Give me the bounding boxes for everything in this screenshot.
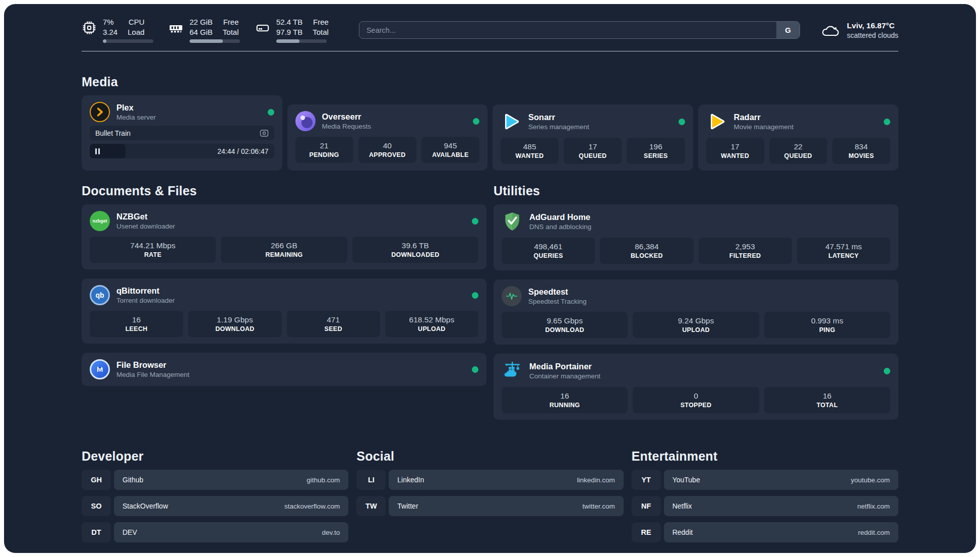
stat-tile: 471 SEED xyxy=(287,311,380,337)
disk-widget: 52.4 TB 97.9 TB Free Total xyxy=(255,17,329,43)
service-subtitle: Media server xyxy=(116,114,156,121)
weather-location: Lviv, 16.87°C xyxy=(847,21,898,30)
search-input[interactable] xyxy=(359,21,800,39)
stat-tile: 17 QUEUED xyxy=(564,138,622,164)
top-bar: 7% 3.24 CPU Load xyxy=(82,17,898,43)
stat-tile: 2,953 FILTERED xyxy=(699,238,792,264)
disk-free-label: Free xyxy=(313,17,329,27)
service-name: NZBGet xyxy=(116,212,175,222)
section-title-documents: Documents & Files xyxy=(82,184,486,198)
service-subtitle: Usenet downloader xyxy=(116,222,175,230)
status-dot xyxy=(472,292,478,299)
service-subtitle: DNS and adblocking xyxy=(529,223,591,231)
service-name: Overseerr xyxy=(322,112,372,122)
plex-card[interactable]: Plex Media server Bullet Train xyxy=(82,95,282,171)
stat-tile: 266 GB REMAINING xyxy=(221,237,347,263)
qbittorrent-card[interactable]: qb qBittorrent Torrent downloader 16 LEE… xyxy=(82,278,486,344)
status-dot xyxy=(268,109,274,116)
sonarr-icon xyxy=(501,111,522,132)
stat-tile: 22 QUEUED xyxy=(769,138,827,164)
status-dot xyxy=(884,368,890,374)
bookmark-twitter[interactable]: TW Twitter twitter.com xyxy=(356,496,623,516)
cpu-usage-value: 7% xyxy=(103,17,117,27)
stat-tile: 0.993 ms PING xyxy=(764,312,890,338)
service-subtitle: Series management xyxy=(528,123,589,131)
memory-total-label: Total xyxy=(223,27,239,37)
bookmark-abbr: SO xyxy=(82,496,111,516)
radarr-card[interactable]: Radarr Movie management 17 WANTED 22 QUE… xyxy=(698,104,899,171)
section-developer: Developer GH Github github.com SO StackO… xyxy=(82,449,348,548)
disk-icon xyxy=(255,20,270,35)
section-title-developer: Developer xyxy=(82,449,348,464)
filebrowser-card[interactable]: File Browser Media File Management xyxy=(82,353,486,386)
stat-tile: 16 RUNNING xyxy=(502,387,628,413)
speedtest-card[interactable]: Speedtest Speedtest Tracking 9.65 Gbps D… xyxy=(494,280,898,345)
memory-free-value: 22 GiB xyxy=(190,17,213,27)
status-dot xyxy=(473,118,479,125)
status-dot xyxy=(472,366,478,373)
portainer-card[interactable]: Media Portainer Container management 16 … xyxy=(494,354,898,420)
bookmark-netflix[interactable]: NF Netflix netflix.com xyxy=(632,496,898,516)
stat-tile: 744.21 Mbps RATE xyxy=(90,237,216,263)
cpu-usage-label: CPU xyxy=(128,17,144,27)
memory-total-value: 64 GiB xyxy=(190,27,213,37)
bookmark-domain: twitter.com xyxy=(582,503,615,510)
bookmark-abbr: RE xyxy=(632,522,661,542)
bookmark-youtube[interactable]: YT YouTube youtube.com xyxy=(632,470,898,490)
bookmark-name: Netflix xyxy=(672,502,692,510)
filebrowser-icon xyxy=(90,359,110,379)
bookmark-abbr: YT xyxy=(632,470,661,490)
radarr-icon xyxy=(706,111,727,132)
bookmark-abbr: GH xyxy=(82,470,111,490)
section-utilities: Utilities AdGuard Home DNS and adblockin… xyxy=(494,184,898,420)
stat-tile: 834 MOVIES xyxy=(832,138,890,164)
search-provider-button[interactable]: G xyxy=(776,22,800,38)
service-subtitle: Speedtest Tracking xyxy=(528,298,587,305)
section-title-utilities: Utilities xyxy=(494,184,898,198)
overseerr-card[interactable]: Overseerr Media Requests 21 PENDING 40 A… xyxy=(287,104,488,171)
cpu-load-value: 3.24 xyxy=(103,27,117,37)
service-name: Radarr xyxy=(734,113,794,123)
memory-free-label: Free xyxy=(223,17,239,27)
cpu-chip-icon xyxy=(82,20,97,35)
stat-tile: 945 AVAILABLE xyxy=(421,137,479,163)
stat-tile: 39.6 TB DOWNLOADED xyxy=(352,237,478,263)
stat-tile: 485 WANTED xyxy=(501,138,559,164)
stat-tile: 16 LEECH xyxy=(90,311,183,337)
bookmark-dev[interactable]: DT DEV dev.to xyxy=(82,522,348,542)
service-name: Media Portainer xyxy=(529,362,600,372)
bookmark-stackoverflow[interactable]: SO StackOverflow stackoverflow.com xyxy=(82,496,348,516)
service-name: AdGuard Home xyxy=(529,212,591,222)
bookmark-name: Github xyxy=(122,476,143,484)
stat-tile: 196 SERIES xyxy=(627,138,685,164)
stat-tile: 86,384 BLOCKED xyxy=(600,238,693,264)
service-name: Speedtest xyxy=(528,287,587,297)
bookmark-linkedin[interactable]: LI LinkedIn linkedin.com xyxy=(356,470,623,490)
service-subtitle: Container management xyxy=(529,372,600,380)
bookmark-abbr: DT xyxy=(82,522,111,542)
section-social: Social LI LinkedIn linkedin.com TW Twitt… xyxy=(356,449,623,548)
bookmark-name: Reddit xyxy=(672,528,693,536)
sonarr-card[interactable]: Sonarr Series management 485 WANTED 17 Q… xyxy=(493,104,693,171)
status-dot xyxy=(884,119,890,125)
nzbget-card[interactable]: nzbget NZBGet Usenet downloader 744.21 M… xyxy=(82,204,486,269)
now-playing-row: Bullet Train xyxy=(90,126,274,140)
disk-total-label: Total xyxy=(313,27,329,37)
bookmark-domain: youtube.com xyxy=(851,476,890,484)
media-view-icon xyxy=(260,129,269,137)
service-subtitle: Media Requests xyxy=(322,123,372,130)
overseerr-icon xyxy=(295,111,316,131)
bookmark-github[interactable]: GH Github github.com xyxy=(82,470,348,490)
bookmark-name: YouTube xyxy=(672,476,700,484)
adguard-card[interactable]: AdGuard Home DNS and adblocking 498,461 … xyxy=(494,204,898,270)
cpu-progress-bar xyxy=(103,39,153,43)
stat-tile: 17 WANTED xyxy=(706,138,764,164)
disk-free-value: 52.4 TB xyxy=(276,17,302,27)
bookmark-domain: github.com xyxy=(307,476,340,484)
cpu-widget: 7% 3.24 CPU Load xyxy=(82,17,153,43)
cloud-icon xyxy=(820,22,840,38)
bookmark-reddit[interactable]: RE Reddit reddit.com xyxy=(632,522,898,542)
playback-progress: 24:44 / 02:06:47 xyxy=(90,144,274,158)
nzbget-icon: nzbget xyxy=(90,211,110,231)
service-name: qBittorrent xyxy=(116,286,175,296)
